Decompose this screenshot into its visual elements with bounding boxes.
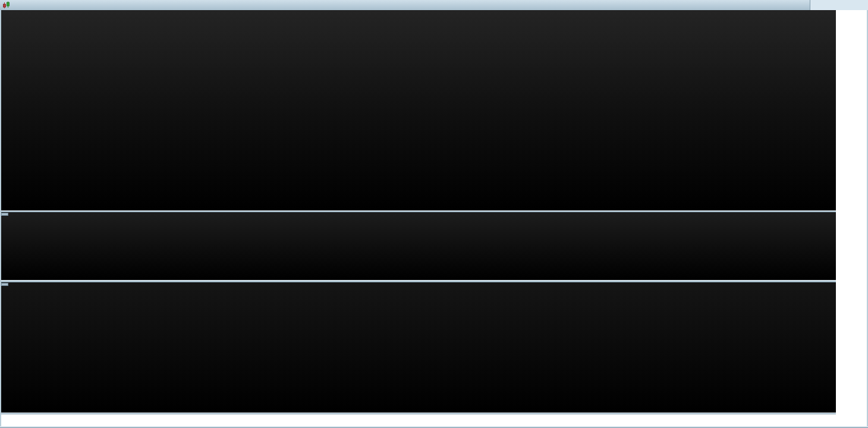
rsi-panel-label[interactable] — [1, 283, 8, 286]
volume-panel-label[interactable] — [1, 213, 8, 216]
brand-link[interactable] — [810, 0, 868, 10]
price-axis-column[interactable] — [836, 10, 867, 426]
price-chart-canvas[interactable] — [1, 10, 836, 210]
instrument-candles-icon — [2, 1, 11, 10]
time-axis[interactable] — [0, 414, 868, 426]
trading-platform-window — [0, 0, 868, 428]
title-bar — [0, 0, 868, 10]
rsi-chart-canvas[interactable] — [1, 282, 836, 413]
left-frame — [0, 10, 1, 426]
volume-chart-canvas[interactable] — [1, 212, 836, 280]
